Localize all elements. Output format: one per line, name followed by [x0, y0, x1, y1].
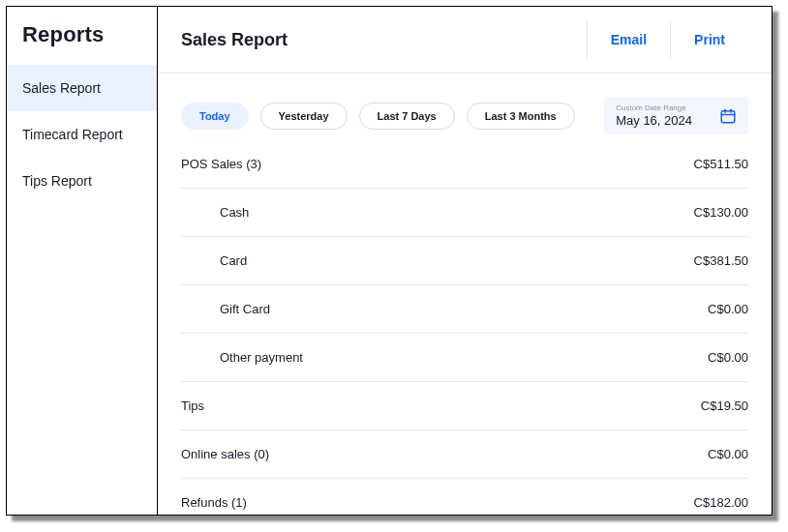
page-title: Sales Report: [181, 30, 587, 50]
main-content: Sales Report Email Print Today Yesterday…: [158, 7, 772, 515]
sidebar-item-sales-report[interactable]: Sales Report: [7, 65, 157, 111]
sidebar-item-label: Timecard Report: [22, 127, 123, 142]
calendar-icon: [719, 107, 737, 125]
row-card: Card C$381.50: [181, 237, 748, 285]
sidebar-item-label: Tips Report: [22, 173, 92, 189]
filter-row: Today Yesterday Last 7 Days Last 3 Month…: [158, 74, 772, 140]
sidebar: Reports Sales Report Timecard Report Tip…: [7, 7, 158, 515]
row-label: Card: [220, 253, 247, 268]
row-cash: Cash C$130.00: [181, 189, 748, 237]
row-amount: C$182.00: [694, 495, 748, 510]
row-label: POS Sales (3): [181, 157, 261, 171]
custom-date-label: Custom Date Range: [616, 103, 692, 113]
row-tips: Tips C$19.50: [181, 382, 748, 430]
row-amount: C$130.00: [694, 205, 748, 220]
row-label: Online sales (0): [181, 447, 269, 461]
email-button[interactable]: Email: [587, 20, 670, 59]
print-button[interactable]: Print: [670, 20, 748, 59]
filter-today[interactable]: Today: [181, 103, 249, 130]
row-amount: C$0.00: [708, 447, 748, 461]
row-other-payment: Other payment C$0.00: [181, 334, 748, 382]
sidebar-item-tips-report[interactable]: Tips Report: [7, 158, 157, 204]
app-window: Reports Sales Report Timecard Report Tip…: [6, 6, 773, 516]
row-amount: C$19.50: [701, 399, 748, 413]
row-label: Refunds (1): [181, 495, 247, 510]
filter-last-7-days[interactable]: Last 7 Days: [359, 103, 455, 130]
row-label: Cash: [220, 205, 249, 220]
row-pos-sales: POS Sales (3) C$511.50: [181, 140, 748, 189]
sidebar-item-timecard-report[interactable]: Timecard Report: [7, 111, 157, 158]
row-refunds: Refunds (1) C$182.00: [181, 479, 748, 515]
custom-date-meta: Custom Date Range May 16, 2024: [616, 103, 692, 128]
custom-date-value: May 16, 2024: [616, 113, 692, 129]
custom-date-picker[interactable]: Custom Date Range May 16, 2024: [604, 97, 748, 134]
row-gift-card: Gift Card C$0.00: [181, 285, 748, 334]
filter-yesterday[interactable]: Yesterday: [260, 103, 348, 130]
row-amount: C$511.50: [694, 157, 748, 171]
row-label: Tips: [181, 399, 204, 413]
filter-last-3-months[interactable]: Last 3 Months: [467, 103, 575, 130]
sidebar-item-label: Sales Report: [22, 80, 101, 96]
report-body: POS Sales (3) C$511.50 Cash C$130.00 Car…: [158, 140, 772, 515]
row-amount: C$381.50: [694, 253, 748, 268]
row-amount: C$0.00: [708, 302, 748, 316]
row-label: Other payment: [220, 350, 303, 365]
sidebar-title: Reports: [7, 7, 157, 65]
row-online-sales: Online sales (0) C$0.00: [181, 430, 748, 479]
header-actions: Email Print: [587, 20, 748, 59]
header: Sales Report Email Print: [158, 7, 772, 74]
row-label: Gift Card: [220, 302, 270, 316]
svg-rect-0: [721, 110, 735, 122]
row-amount: C$0.00: [708, 350, 748, 365]
